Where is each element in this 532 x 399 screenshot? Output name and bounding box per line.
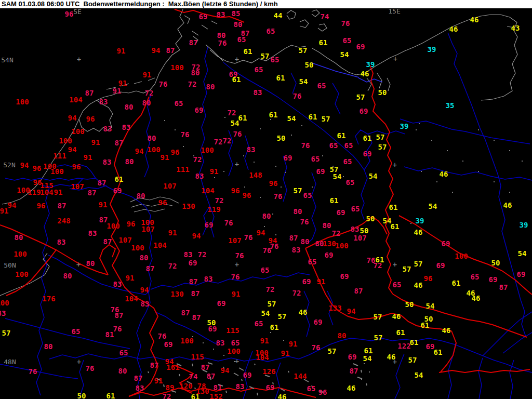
station-gust-value: 61 <box>389 203 398 211</box>
station-gust-value: 65 <box>303 191 312 200</box>
station-gust-value: 54 <box>426 302 435 310</box>
station-gust-value: 39 <box>416 217 424 225</box>
station-gust-value: 91 <box>281 349 290 357</box>
station-gust-value: 61 <box>330 196 339 205</box>
station-gust-value: 69 <box>348 353 357 361</box>
station-gust-value: 57 <box>414 260 423 268</box>
station-gust-value: 61 <box>107 392 115 399</box>
station-gust-value: 76 <box>341 19 350 28</box>
station-gust-value: 69 <box>325 251 334 259</box>
station-gust-value: 69 <box>517 270 526 278</box>
station-gust-value: 104 <box>40 188 53 196</box>
station-gust-value: 57 <box>374 313 382 321</box>
station-gust-value: 61 <box>452 279 461 287</box>
station-gust-value: 76 <box>293 92 302 100</box>
station-gust-value: 46 <box>387 353 396 361</box>
station-gust-value: 76 <box>263 246 272 255</box>
graticule-cross: + <box>393 161 397 169</box>
station-gust-value: 107 <box>71 182 84 191</box>
station-gust-value: 46 <box>503 201 512 209</box>
station-gust-value: 87 <box>207 372 216 380</box>
station-gust-value: 57 <box>374 334 383 342</box>
station-gust-value: 61 <box>410 338 419 347</box>
station-gust-value: 65 <box>72 327 81 336</box>
station-gust-value: 50 <box>277 134 286 142</box>
station-gust-value: 72 <box>223 137 232 145</box>
station-gust-value: 96 <box>86 115 95 123</box>
station-gust-value: 87 <box>189 277 198 286</box>
station-gust-value: 54 <box>299 77 308 86</box>
station-gust-value: 148 <box>249 171 262 179</box>
station-gust-value: 83 <box>99 98 108 106</box>
station-gust-value: 61 <box>232 75 241 84</box>
station-gust-value: 46 <box>449 25 458 33</box>
station-gust-value: 91 <box>317 277 326 286</box>
station-gust-value: 81 <box>105 330 114 339</box>
station-gust-value: 83 <box>184 250 193 259</box>
station-gust-value: 57 <box>356 93 365 101</box>
station-gust-value: 119 <box>207 205 220 214</box>
station-gust-value: 76 <box>312 343 321 352</box>
station-gust-value: 65 <box>351 205 360 213</box>
station-gust-value: 107 <box>353 234 366 242</box>
station-gust-value: 76 <box>181 130 190 139</box>
station-gust-value: 111 <box>176 165 189 174</box>
station-gust-value: 94 <box>221 366 230 375</box>
station-gust-value: 39 <box>366 60 375 69</box>
station-gust-value: 61 <box>396 328 405 337</box>
station-gust-value: 87 <box>146 264 155 273</box>
station-gust-value: 69 <box>302 277 311 286</box>
station-gust-value: 72 <box>266 285 275 294</box>
station-gust-value: 80 <box>142 99 151 107</box>
station-gust-value: 83 <box>0 309 6 317</box>
station-gust-value: 100 <box>15 270 28 278</box>
station-gust-value: 83 <box>204 275 213 283</box>
station-gust-value: 96 <box>127 220 136 228</box>
station-gust-value: 80 <box>323 221 331 230</box>
station-gust-value: 91 <box>126 274 135 282</box>
station-gust-value: 100 <box>227 347 240 355</box>
station-gust-value: 54 <box>369 172 378 180</box>
station-gust-value: 94 <box>347 307 356 315</box>
station-gust-value: 72 <box>332 229 341 237</box>
station-gust-value: 54 <box>415 371 423 379</box>
station-gust-value: 61 <box>309 113 317 121</box>
station-gust-value: 96 <box>158 198 167 207</box>
station-gust-value: 76 <box>231 273 240 281</box>
station-gust-value: 87 <box>88 189 97 197</box>
station-gust-value: 87 <box>115 139 124 147</box>
station-gust-value: 65 <box>237 35 246 44</box>
coastlines-layer <box>0 9 517 296</box>
station-gust-value: 100 <box>131 244 144 252</box>
station-gust-value: 85 <box>232 9 241 18</box>
station-gust-value: 96 <box>171 148 180 156</box>
station-gust-value: 91 <box>118 79 127 87</box>
graticule-cross: + <box>235 260 239 269</box>
graticule-label: 48N <box>4 358 16 366</box>
station-gust-value: 80 <box>234 20 243 29</box>
station-gust-value: 61 <box>244 47 252 56</box>
station-gust-value: 87 <box>115 311 124 320</box>
station-gust-value: 80 <box>206 83 215 91</box>
station-gust-value: 61 <box>391 222 400 231</box>
station-gust-value: 104 <box>256 353 269 362</box>
graticule-cross: + <box>77 55 81 63</box>
station-gust-value: 87 <box>350 367 358 375</box>
station-gust-value: 46 <box>414 281 423 289</box>
station-gust-value: 72 <box>292 289 301 297</box>
station-gust-value: 57 <box>261 52 270 60</box>
station-gust-value: 96 <box>424 274 433 283</box>
station-gust-value: 100 <box>107 222 119 230</box>
station-gust-value: 133 <box>328 304 341 312</box>
station-gust-value: 50 <box>491 259 500 267</box>
station-gust-value: 80 <box>140 254 149 262</box>
station-gust-value: 76 <box>233 130 242 138</box>
station-gust-value: 91 <box>117 47 126 55</box>
station-gust-value: 115 <box>226 326 239 335</box>
station-gust-value: 65 <box>317 82 326 90</box>
station-gust-value: 39 <box>428 45 436 54</box>
station-gust-value: 83 <box>351 225 360 233</box>
station-gust-value: 100 <box>71 127 84 136</box>
station-gust-value: 57 <box>294 187 302 195</box>
station-gust-value: 65 <box>271 56 280 64</box>
